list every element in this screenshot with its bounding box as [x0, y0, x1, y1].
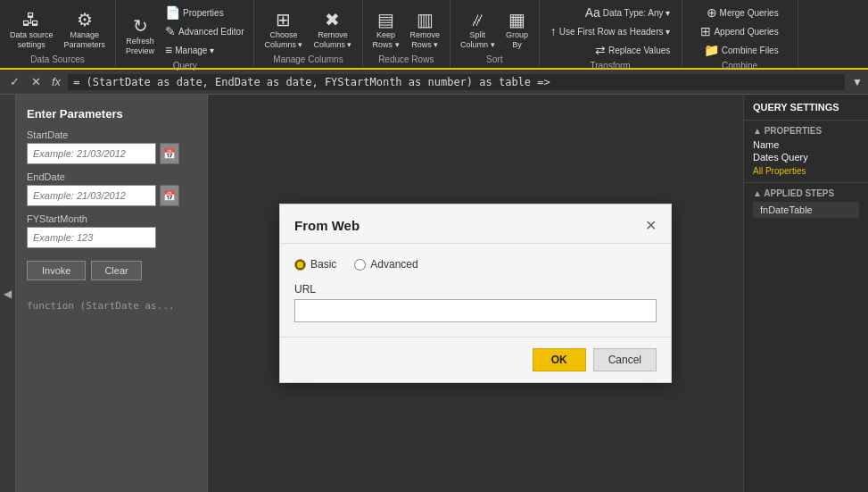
- merge-queries-label: Merge Queries: [720, 8, 779, 18]
- append-queries-icon: ⊞: [700, 25, 711, 38]
- keep-rows-button[interactable]: ▤ KeepRows ▾: [368, 8, 404, 53]
- ribbon-group-manage-columns-label: Manage Columns: [273, 53, 343, 64]
- ribbon-group-reduce-rows: ▤ KeepRows ▾ ▥ RemoveRows ▾ Reduce Rows: [363, 0, 451, 68]
- choose-columns-label: ChooseColumns ▾: [264, 30, 302, 50]
- data-source-settings-label: Data sourcesettings: [10, 30, 54, 50]
- data-type-button[interactable]: Aa Data Type: Any ▾: [581, 4, 675, 21]
- group-by-button[interactable]: ▦ GroupBy: [501, 8, 533, 53]
- modal-title: From Web: [294, 218, 360, 233]
- combine-files-icon: 📁: [704, 44, 719, 56]
- advanced-radio[interactable]: [354, 259, 366, 271]
- split-column-icon: ⫽: [468, 11, 486, 29]
- advanced-radio-label[interactable]: Advanced: [354, 258, 417, 271]
- ribbon-group-query: ↻ RefreshPreview 📄 Properties ✎ Advanced…: [116, 0, 254, 68]
- data-type-label: Data Type: Any ▾: [603, 8, 670, 18]
- enter-params-section: Enter Parameters StartDate 📅 EndDate 📅 F…: [16, 95, 207, 293]
- manage-parameters-icon: ⚙: [77, 11, 93, 29]
- cancel-button[interactable]: Cancel: [593, 348, 657, 371]
- start-date-input[interactable]: [27, 143, 156, 164]
- basic-radio-label[interactable]: Basic: [294, 258, 336, 271]
- enter-params-title: Enter Parameters: [27, 107, 196, 121]
- ribbon-group-reduce-rows-label: Reduce Rows: [378, 53, 434, 64]
- end-date-calendar-button[interactable]: 📅: [160, 185, 179, 206]
- ribbon-group-transform-label: Transform: [590, 59, 630, 71]
- formula-bar-input[interactable]: [68, 74, 845, 90]
- advanced-editor-button[interactable]: ✎ Advanced Editor: [161, 22, 248, 40]
- formula-bar: ✓ ✕ fx ▼: [0, 70, 868, 95]
- formula-x-button[interactable]: ✕: [27, 75, 45, 88]
- manage-parameters-button[interactable]: ⚙ ManageParameters: [60, 8, 111, 53]
- group-by-icon: ▦: [508, 11, 525, 29]
- clear-button[interactable]: Clear: [91, 261, 141, 280]
- fy-start-month-input[interactable]: [27, 227, 156, 248]
- manage-button[interactable]: ≡ Manage ▾: [161, 41, 219, 59]
- url-input[interactable]: [294, 299, 657, 322]
- formula-fx-label: fx: [52, 75, 61, 88]
- remove-columns-button[interactable]: ✖ RemoveColumns ▾: [309, 8, 356, 53]
- start-date-label: StartDate: [27, 129, 196, 140]
- append-queries-button[interactable]: ⊞ Append Queries: [696, 22, 782, 40]
- fy-start-month-label: FYStartMonth: [27, 213, 196, 224]
- data-source-settings-button[interactable]: 🖧 Data sourcesettings: [5, 8, 58, 53]
- advanced-radio-text: Advanced: [370, 258, 417, 271]
- applied-step-fn-date-table[interactable]: fnDateTable: [753, 202, 859, 218]
- ribbon-group-sort: ⫽ SplitColumn ▾ ▦ GroupBy Sort: [451, 0, 540, 68]
- applied-steps-title: ▲ APPLIED STEPS: [753, 188, 859, 198]
- modal-footer: OK Cancel: [280, 337, 671, 382]
- basic-radio[interactable]: [294, 259, 306, 271]
- ribbon: 🖧 Data sourcesettings ⚙ ManageParameters…: [0, 0, 868, 70]
- data-source-settings-icon: 🖧: [22, 11, 40, 29]
- modal-header: From Web ✕: [280, 204, 671, 244]
- split-column-label: SplitColumn ▾: [460, 30, 495, 50]
- invoke-button[interactable]: Invoke: [27, 261, 86, 280]
- replace-values-icon: ⇄: [595, 44, 606, 56]
- combine-files-button[interactable]: 📁 Combine Files: [699, 41, 783, 59]
- split-column-button[interactable]: ⫽ SplitColumn ▾: [456, 8, 500, 53]
- formula-check-button[interactable]: ✓: [5, 75, 23, 88]
- manage-label: Manage ▾: [175, 46, 214, 55]
- start-date-calendar-button[interactable]: 📅: [160, 143, 179, 164]
- manage-icon: ≡: [165, 44, 172, 56]
- manage-parameters-label: ManageParameters: [64, 30, 106, 50]
- ok-button[interactable]: OK: [533, 348, 586, 371]
- panel-toggle-button[interactable]: ◀: [0, 95, 16, 492]
- basic-radio-text: Basic: [310, 258, 336, 271]
- choose-columns-button[interactable]: ⊞ ChooseColumns ▾: [260, 8, 307, 53]
- properties-section: ▲ PROPERTIES Name Dates Query All Proper…: [744, 121, 868, 183]
- main-area: ◀ Enter Parameters StartDate 📅 EndDate 📅…: [0, 95, 868, 492]
- remove-columns-label: RemoveColumns ▾: [313, 30, 351, 50]
- formula-expand-button[interactable]: ▼: [852, 76, 863, 88]
- properties-icon: 📄: [165, 6, 180, 19]
- refresh-preview-button[interactable]: ↻ RefreshPreview: [121, 14, 159, 59]
- all-properties-link[interactable]: All Properties: [753, 166, 806, 176]
- modal-close-button[interactable]: ✕: [645, 217, 657, 234]
- replace-values-label: Replace Values: [608, 46, 670, 55]
- properties-button[interactable]: 📄 Properties: [161, 4, 228, 21]
- end-date-input[interactable]: [27, 185, 156, 206]
- ribbon-group-data-sources: 🖧 Data sourcesettings ⚙ ManageParameters…: [0, 0, 116, 68]
- fy-start-month-row: [27, 227, 196, 248]
- start-date-row: 📅: [27, 143, 196, 164]
- merge-queries-button[interactable]: ⊕ Merge Queries: [702, 4, 783, 21]
- remove-rows-button[interactable]: ▥ RemoveRows ▾: [406, 8, 445, 53]
- end-date-label: EndDate: [27, 171, 196, 182]
- end-date-row: 📅: [27, 185, 196, 206]
- remove-rows-icon: ▥: [417, 11, 434, 29]
- applied-steps-section: ▲ APPLIED STEPS fnDateTable: [744, 183, 868, 223]
- refresh-preview-label: RefreshPreview: [126, 37, 154, 56]
- modal-radio-row: Basic Advanced: [294, 258, 657, 271]
- center-content: From Web ✕ Basic Advanced: [208, 95, 743, 492]
- url-field-label: URL: [294, 283, 657, 296]
- left-panel: Enter Parameters StartDate 📅 EndDate 📅 F…: [16, 95, 208, 492]
- keep-rows-label: KeepRows ▾: [373, 30, 400, 50]
- replace-values-button[interactable]: ⇄ Replace Values: [591, 41, 674, 59]
- modal-body: Basic Advanced URL: [280, 244, 671, 337]
- choose-columns-icon: ⊞: [276, 11, 291, 29]
- properties-section-title: ▲ PROPERTIES: [753, 126, 859, 136]
- ribbon-group-manage-columns: ⊞ ChooseColumns ▾ ✖ RemoveColumns ▾ Mana…: [254, 0, 362, 68]
- first-row-headers-button[interactable]: ↑ Use First Row as Headers ▾: [546, 22, 674, 40]
- refresh-icon: ↻: [133, 17, 148, 35]
- ribbon-group-query-label: Query: [173, 59, 197, 71]
- data-type-icon: Aa: [585, 6, 600, 19]
- query-name-label: Name: [753, 139, 859, 150]
